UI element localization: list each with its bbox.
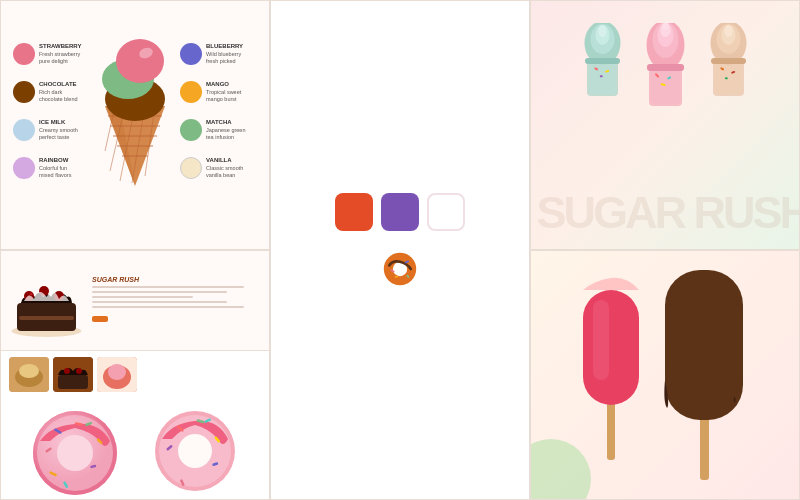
cake-image <box>9 261 84 341</box>
panel-popsicle <box>530 250 800 500</box>
svg-rect-141 <box>593 300 609 380</box>
big-donut-svg <box>15 401 255 496</box>
svg-rect-32 <box>651 68 680 104</box>
svg-rect-59 <box>19 316 74 320</box>
svg-point-19 <box>598 25 606 37</box>
ice-cream-cups-row <box>543 23 787 113</box>
svg-rect-140 <box>583 290 639 405</box>
cake-line-3 <box>92 296 193 298</box>
svg-point-84 <box>178 434 212 468</box>
flavor-dot-chocolate <box>13 81 35 103</box>
flavor-strawberry: STRAWBERRYFresh strawberrypure delight <box>13 43 90 65</box>
flavor-rainbow: RAINBOWColorful funmixed flavors <box>13 157 90 179</box>
flavor-text-rainbow: RAINBOWColorful funmixed flavors <box>39 157 71 179</box>
shop-now-button[interactable] <box>92 316 108 322</box>
cake-line-1 <box>92 286 244 288</box>
flavor-text-blueberry: BLUEBERRYWild blueberryfresh picked <box>206 43 243 65</box>
cake-title: SUGAR RUSH <box>92 276 261 283</box>
svg-rect-22 <box>585 58 620 64</box>
flavor-dot-mango <box>180 81 202 103</box>
svg-rect-142 <box>700 415 709 480</box>
thumb-3 <box>97 357 137 392</box>
flavor-blueberry: BLUEBERRYWild blueberryfresh picked <box>180 43 257 65</box>
svg-rect-64 <box>58 375 88 389</box>
flavor-text-icemilk: ICE MILKCreamy smoothperfect taste <box>39 119 78 141</box>
flavor-text-strawberry: STRAWBERRYFresh strawberrypure delight <box>39 43 81 65</box>
flavor-dot-blueberry <box>180 43 202 65</box>
cup-strawberry-svg <box>638 23 693 113</box>
svg-rect-145 <box>670 275 738 415</box>
flavor-list-right: BLUEBERRYWild blueberryfresh picked MANG… <box>180 43 257 179</box>
flavor-text-chocolate: CHOCOLATERich darkchocolate blend <box>39 81 78 103</box>
cup-mint <box>575 23 630 113</box>
svg-rect-42 <box>715 61 742 94</box>
ice-cream-cone-illustration <box>90 31 180 191</box>
flavor-dot-vanilla <box>180 157 202 179</box>
flavor-vanilla: VANILLAClassic smoothvanilla bean <box>180 157 257 179</box>
flavor-list-left: STRAWBERRYFresh strawberrypure delight C… <box>13 43 90 179</box>
svg-point-14 <box>116 39 164 83</box>
flavor-chocolate: CHOCOLATERich darkchocolate blend <box>13 81 90 103</box>
flavor-text-mango: MANGOTropical sweetmango burst <box>206 81 241 103</box>
badge-html5 <box>335 193 373 231</box>
flavor-text-matcha: MATCHAJapanese greentea infusion <box>206 119 245 141</box>
flavor-icemilk: ICE MILKCreamy smoothperfect taste <box>13 119 90 141</box>
tech-badges <box>335 193 465 231</box>
cake-svg <box>9 261 84 341</box>
donut-big-area <box>1 398 269 498</box>
svg-rect-139 <box>607 400 615 460</box>
cup-caramel-svg <box>701 23 756 103</box>
cake-line-5 <box>92 306 244 308</box>
flavor-dot-strawberry <box>13 43 35 65</box>
cake-line-2 <box>92 291 227 293</box>
svg-rect-43 <box>711 58 746 64</box>
cup-strawberry <box>638 23 693 113</box>
svg-point-62 <box>19 364 39 378</box>
cake-line-4 <box>92 301 227 303</box>
panel-sugar-rush-hero: SUGAR RUSH <box>530 0 800 250</box>
panel-bottom-left: SUGAR RUSH <box>0 250 270 500</box>
flavor-dot-icemilk <box>13 119 35 141</box>
sugar-rush-bg-text: SUGAR RUSH <box>536 187 800 239</box>
svg-point-65 <box>64 368 70 374</box>
flavor-text-vanilla: VANILLAClassic smoothvanilla bean <box>206 157 243 179</box>
svg-point-40 <box>724 25 732 37</box>
flavor-mango: MANGOTropical sweetmango burst <box>180 81 257 103</box>
cake-thumbnails <box>1 351 269 398</box>
cake-description-lines <box>92 286 261 308</box>
badge-bootstrap <box>381 193 419 231</box>
cup-caramel <box>701 23 756 113</box>
svg-point-66 <box>76 368 82 374</box>
panel-center-logo <box>270 0 530 500</box>
donut-logo-icon <box>382 251 418 287</box>
svg-point-58 <box>30 292 33 295</box>
svg-point-69 <box>108 364 126 380</box>
badge-sass <box>427 193 465 231</box>
cake-preview-section: SUGAR RUSH <box>1 251 269 351</box>
svg-rect-21 <box>589 61 616 94</box>
flavor-matcha: MATCHAJapanese greentea infusion <box>180 119 257 141</box>
thumb-1 <box>9 357 49 392</box>
svg-rect-33 <box>647 64 684 71</box>
cake-content: SUGAR RUSH <box>92 276 261 326</box>
brand-logo <box>376 251 424 287</box>
flavor-dot-rainbow <box>13 157 35 179</box>
panel-ice-cream-flavors: STRAWBERRYFresh strawberrypure delight C… <box>0 0 270 250</box>
flavor-dot-matcha <box>180 119 202 141</box>
thumb-2 <box>53 357 93 392</box>
cup-mint-svg <box>575 23 630 103</box>
